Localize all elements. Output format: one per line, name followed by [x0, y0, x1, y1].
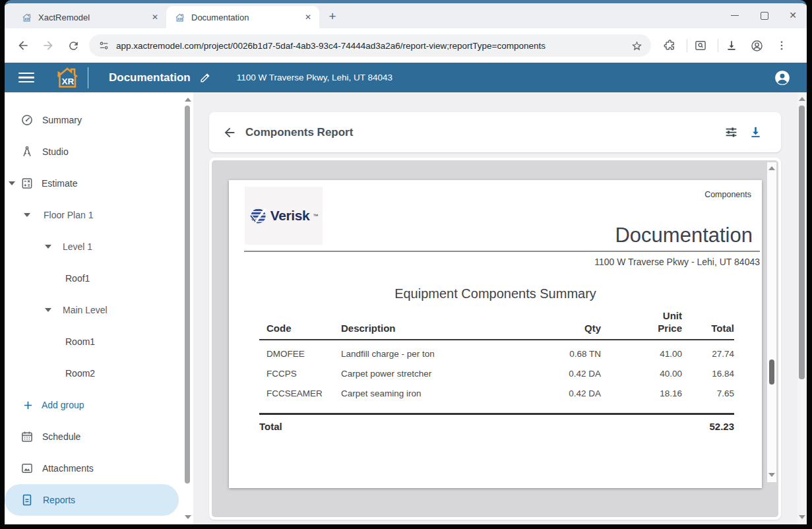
xr-favicon-icon: XR [174, 12, 185, 23]
close-icon[interactable]: ✕ [788, 11, 797, 20]
scroll-down-icon[interactable] [799, 515, 805, 519]
sidebar-item-label: Schedule [42, 431, 80, 442]
scroll-down-icon[interactable] [768, 473, 775, 477]
sidebar-item-label: Summary [42, 115, 82, 125]
url-text: app.xactremodel.com/project/0026b1d7-5da… [116, 41, 631, 51]
maximize-icon[interactable] [759, 11, 768, 20]
back-arrow-icon[interactable] [222, 125, 237, 140]
tab-documentation[interactable]: XR Documentation ✕ [166, 6, 319, 28]
page-scrollbar[interactable] [797, 92, 807, 524]
report-doc-title: Documentation [615, 224, 753, 247]
tab-close-icon[interactable]: ✕ [149, 11, 161, 23]
profile-icon[interactable] [747, 36, 766, 55]
cell-description: Carpet seaming iron [341, 389, 526, 398]
sidebar-item-reports[interactable]: Reports [5, 484, 179, 516]
document-icon [20, 493, 34, 507]
add-group-button[interactable]: Add group [5, 389, 193, 421]
report-title: Components Report [245, 126, 353, 139]
chevron-down-icon[interactable] [45, 308, 51, 312]
sidebar-item-label: Studio [42, 146, 69, 157]
report-viewer-canvas[interactable]: Components [212, 160, 778, 517]
browser-toolbar: app.xactremodel.com/project/0026b1d7-5da… [5, 28, 807, 63]
cell-description: Carpet power stretcher [341, 369, 526, 379]
sidebar-item-room2[interactable]: Room2 [5, 358, 193, 389]
cell-code: FCCPS [259, 369, 341, 379]
sidebar: Summary Studio Estimate F [5, 92, 193, 524]
sidebar-item-schedule[interactable]: Schedule [5, 421, 193, 452]
xactremodel-logo: XR [54, 65, 80, 90]
new-tab-button[interactable]: + [323, 7, 342, 26]
sidebar-item-attachments[interactable]: Attachments [5, 452, 193, 484]
cell-code: DMOFEE [259, 349, 341, 359]
report-scroll-thumb[interactable] [769, 359, 774, 385]
cell-qty: 0.68 TN [526, 349, 601, 359]
sidebar-item-label: Room1 [65, 336, 95, 347]
tab-strip: XR XactRemodel ✕ XR Documentation ✕ + ✕ [5, 3, 807, 28]
downloads-icon[interactable] [722, 36, 741, 55]
menu-dots-icon[interactable] [772, 36, 791, 55]
side-panel-search-icon[interactable] [691, 36, 710, 55]
verisk-wordmark: Verisk [270, 208, 310, 224]
cell-description: Landfill charge - per ton [341, 349, 526, 359]
back-icon[interactable] [14, 36, 32, 55]
report-title-rule [244, 251, 760, 252]
extensions-icon[interactable] [660, 36, 679, 55]
site-info-icon[interactable] [98, 40, 109, 51]
cell-total: 7.65 [682, 389, 734, 398]
tab-xactremodel[interactable]: XR XactRemodel ✕ [13, 6, 166, 28]
sidebar-item-main-level[interactable]: Main Level [5, 294, 193, 326]
report-doc-address: 1100 W Traverse Pkwy - Lehi, UT 84043 [594, 257, 760, 267]
xr-favicon-icon: XR [21, 12, 32, 23]
account-circle-icon[interactable] [774, 69, 791, 86]
scroll-down-icon[interactable] [185, 515, 191, 519]
report-page: Components [229, 180, 762, 488]
plus-icon [22, 400, 34, 411]
col-header-total: Total [682, 322, 734, 334]
sidebar-scroll-thumb[interactable] [185, 106, 190, 483]
col-header-qty: Qty [526, 322, 601, 334]
sidebar-scrollbar[interactable] [183, 92, 192, 524]
sidebar-item-studio[interactable]: Studio [5, 136, 193, 168]
scroll-up-icon[interactable] [185, 98, 191, 102]
svg-text:XR: XR [24, 16, 30, 20]
browser-window: XR XactRemodel ✕ XR Documentation ✕ + ✕ [5, 0, 807, 524]
cell-unit-price: 40.00 [601, 369, 682, 379]
scroll-up-icon[interactable] [768, 166, 775, 170]
chevron-down-icon[interactable] [45, 245, 51, 249]
bookmark-star-icon[interactable] [631, 40, 643, 52]
sidebar-item-roof1[interactable]: Roof1 [5, 263, 193, 294]
reload-icon[interactable] [64, 36, 82, 55]
scroll-up-icon[interactable] [799, 97, 805, 101]
tab-close-icon[interactable]: ✕ [302, 11, 314, 23]
report-filters-icon[interactable] [723, 125, 739, 140]
page-scroll-thumb[interactable] [799, 106, 805, 379]
sidebar-item-level-1[interactable]: Level 1 [5, 231, 193, 263]
report-download-icon[interactable] [747, 125, 763, 140]
chevron-down-icon[interactable] [9, 181, 15, 185]
forward-icon[interactable] [39, 36, 57, 55]
table-row: DMOFEE Landfill charge - per ton 0.68 TN… [259, 344, 734, 363]
cell-total: 16.84 [682, 369, 734, 379]
sidebar-item-summary[interactable]: Summary [5, 104, 193, 136]
main-area: Components Report [193, 92, 797, 524]
report-section-title: Equipment Components Summary [229, 286, 762, 301]
verisk-logo: Verisk™ [245, 187, 323, 245]
sidebar-item-estimate[interactable]: Estimate [5, 168, 193, 199]
cell-qty: 0.42 DA [526, 369, 601, 379]
sidebar-item-label: Roof1 [65, 273, 90, 284]
col-header-description: Description [341, 322, 526, 334]
edit-pencil-icon[interactable] [199, 71, 212, 84]
chevron-down-icon[interactable] [24, 213, 30, 217]
minimize-icon[interactable] [730, 11, 739, 20]
compass-icon [20, 145, 34, 158]
hamburger-menu-icon[interactable] [18, 73, 34, 83]
address-bar[interactable]: app.xactremodel.com/project/0026b1d7-5da… [89, 34, 651, 57]
report-scrollbar[interactable] [767, 162, 776, 482]
sidebar-item-room1[interactable]: Room1 [5, 326, 193, 358]
sidebar-item-floor-plan-1[interactable]: Floor Plan 1 [5, 199, 193, 231]
sidebar-item-label: Add group [42, 400, 84, 410]
report-viewer: Components [209, 158, 781, 520]
project-title: Documentation [109, 71, 191, 84]
tab-title: XactRemodel [38, 13, 149, 22]
cell-total: 27.74 [682, 349, 734, 359]
